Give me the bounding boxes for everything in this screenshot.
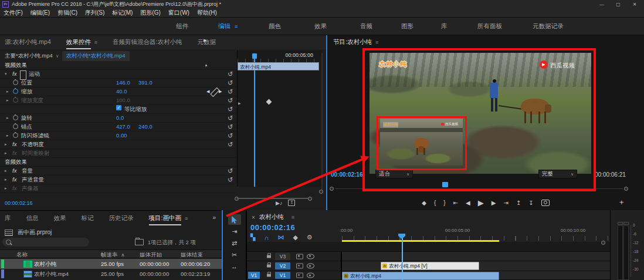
param-value[interactable]: 427.0 (116, 123, 130, 131)
effect-controls-tab[interactable]: 音频剪辑混合器:农村小纯 (113, 35, 182, 49)
panel-menu-icon[interactable]: ≡ (185, 215, 188, 221)
column-header-媒体结束[interactable]: 媒体结束 (181, 250, 203, 259)
toggle-animation-stopwatch-icon[interactable] (13, 124, 18, 129)
param-value[interactable]: 240.0 (138, 123, 152, 131)
column-header-名称[interactable]: 名称 (16, 250, 28, 259)
toggle-animation-stopwatch-icon[interactable] (13, 89, 18, 94)
program-current-timecode[interactable]: 00:00:02:16 (331, 171, 362, 178)
export-frame-icon[interactable] (541, 200, 550, 206)
next-keyframe-icon[interactable]: ▶ (219, 87, 222, 96)
hscroll-bar[interactable] (237, 198, 310, 199)
effect-row-时间重映射[interactable]: ▸fx时间重映射 (0, 149, 237, 158)
menu-item[interactable]: 文件(F) (4, 9, 23, 17)
close-icon[interactable]: × (252, 214, 255, 221)
effect-row-防闪烁滤镜[interactable]: ▸防闪烁滤镜0.00↺ (0, 131, 237, 140)
column-header-媒体开始[interactable]: 媒体开始 (140, 250, 162, 259)
settings-icon[interactable]: ⚙ (307, 234, 313, 241)
effect-row-音频效果[interactable]: 音频效果 (0, 158, 237, 167)
play-audio-only-icon[interactable]: ▶♪ (276, 200, 282, 206)
expand-caret-icon[interactable]: ▸ (5, 176, 7, 184)
workspace-tab-库[interactable]: 库 (441, 18, 448, 35)
sync-lock-icon[interactable] (296, 273, 303, 278)
toggle-animation-stopwatch-icon[interactable] (13, 80, 18, 85)
expand-caret-icon[interactable]: ▾ (5, 70, 7, 78)
project-file-row[interactable]: 画中画.prproj (5, 228, 52, 237)
scrubber-left-handle[interactable] (330, 187, 334, 191)
minimize-button[interactable]: — (594, 0, 610, 9)
lock-icon[interactable] (267, 274, 271, 277)
menu-item[interactable]: 剪辑(C) (57, 9, 77, 17)
step-forward-button-icon[interactable]: ▶ (492, 200, 496, 206)
workspace-tab-元数据记录[interactable]: 元数据记录 (533, 18, 564, 35)
menu-item[interactable]: 编辑(E) (30, 9, 50, 17)
effect-controls-mini-timeline[interactable]: 00:00:05:00 农村小纯.mp4 ▶ (237, 50, 321, 187)
timeline-clip[interactable]: fx农村小纯.mp4 [V] (381, 262, 479, 270)
effect-row-缩放宽度[interactable]: ▸缩放宽度100.0↺ (0, 96, 237, 105)
track-visibility-eye-icon[interactable] (307, 273, 314, 278)
play-button-icon[interactable]: ▶ (478, 198, 484, 207)
label-color-chip[interactable] (1, 269, 4, 278)
menu-item[interactable]: 帮助(H) (197, 9, 217, 17)
timeline-current-timecode[interactable]: 00:00:02:16 (250, 223, 295, 232)
effect-row-旋转[interactable]: ▸旋转0.0↺ (0, 114, 237, 123)
panel-menu-icon[interactable]: ≡ (94, 39, 97, 45)
menu-item[interactable]: 图形(G) (140, 9, 160, 17)
effect-row-声像器[interactable]: ▸fx声像器 (0, 184, 237, 193)
lift-button-icon[interactable]: ↥ (516, 200, 521, 206)
effect-row-位置[interactable]: 位置146.0391.0↺ (0, 79, 237, 87)
workspace-tab-效果[interactable]: 效果 (314, 18, 327, 35)
menu-item[interactable]: 窗口(W) (168, 9, 189, 17)
reset-effect-icon[interactable]: ↺ (228, 167, 233, 175)
project-tab[interactable]: 库 (5, 211, 11, 226)
effect-row-等比缩放[interactable]: ✓等比缩放↺ (0, 105, 237, 114)
track-visibility-eye-icon[interactable] (307, 254, 314, 259)
project-row-农村小纯[interactable]: 农村小纯25.00 fps00:00:00:0000:00:06:20 (0, 259, 222, 269)
expand-caret-icon[interactable]: ▸ (6, 131, 9, 140)
project-row-农村小纯.mp4[interactable]: 农村小纯.mp425.00 fps00:00:00:0000:02:23:19 (0, 269, 222, 279)
reset-param-icon[interactable]: ↺ (228, 79, 233, 87)
reset-param-icon[interactable]: ↺ (228, 96, 233, 104)
project-tab[interactable]: 信息 (26, 211, 39, 226)
tool-razor[interactable]: ✂ (228, 249, 241, 260)
mini-timeline-clip[interactable]: 农村小纯.mp4 (238, 62, 319, 70)
previous-keyframe-icon[interactable]: ◀ (206, 87, 209, 96)
zoom-level-dropdown[interactable]: 适合 ∨ (375, 170, 413, 178)
label-color-chip[interactable] (1, 259, 4, 268)
effect-controls-current-timecode[interactable]: 00:00:02:16 (5, 200, 33, 206)
reset-param-icon[interactable]: ↺ (228, 131, 233, 140)
param-value[interactable]: 40.0 (116, 87, 127, 96)
breadcrumb-next-icon[interactable]: ▶ (204, 38, 206, 43)
tool-ripple-edit[interactable]: ⇄ (228, 238, 241, 248)
program-monitor-tab[interactable]: 节目:农村小纯 ≡ (333, 38, 378, 46)
tab-overflow-icon[interactable]: » (212, 214, 216, 221)
track-visibility-eye-icon[interactable] (307, 264, 314, 269)
reset-param-icon[interactable]: ↺ (228, 123, 233, 131)
program-scrubber-track[interactable] (335, 188, 623, 189)
effect-controls-vscrollbar[interactable] (321, 53, 323, 191)
expand-caret-icon[interactable]: ▸ (5, 184, 7, 193)
expand-caret-icon[interactable]: ▸ (5, 149, 7, 157)
project-tab[interactable]: 标记 (82, 211, 94, 226)
project-tab[interactable]: 项目:画中画≡ (149, 211, 188, 226)
param-value[interactable]: 391.0 (138, 79, 152, 87)
project-search-input[interactable] (2, 238, 89, 247)
reset-param-icon[interactable]: ↺ (228, 105, 233, 113)
workspace-tab-图形[interactable]: 图形 (401, 18, 413, 35)
tool-selection[interactable] (228, 214, 241, 225)
collapse-section-icon[interactable]: ▲ (204, 61, 208, 69)
step-back-button-icon[interactable]: ◀ (466, 200, 470, 206)
snap-icon[interactable]: ∩ (264, 234, 269, 241)
export-frame-icon[interactable]: ↥ (288, 200, 295, 206)
column-header-帧速率[interactable]: 帧速率∧ (101, 250, 124, 259)
audio-meter-panel[interactable]: 0-6-12-18-24-30 (610, 210, 644, 280)
toggle-animation-stopwatch-icon[interactable] (13, 133, 18, 138)
effect-row-不透明度[interactable]: ▸fx不透明度↺ (0, 140, 237, 149)
expand-caret-icon[interactable]: ▸ (6, 114, 9, 122)
program-scrubber-playhead[interactable] (442, 182, 448, 187)
sequence-clip-label[interactable]: 农村小纯*农村小纯.mp4 (62, 51, 130, 61)
effect-row-运动[interactable]: ▾fx运动↺ (0, 70, 237, 79)
sync-lock-icon[interactable] (296, 264, 303, 269)
effect-controls-hscrollbar[interactable] (235, 196, 312, 200)
param-value[interactable]: 100.0 (116, 96, 130, 104)
tool-track-select[interactable]: ⇥ (228, 226, 241, 237)
